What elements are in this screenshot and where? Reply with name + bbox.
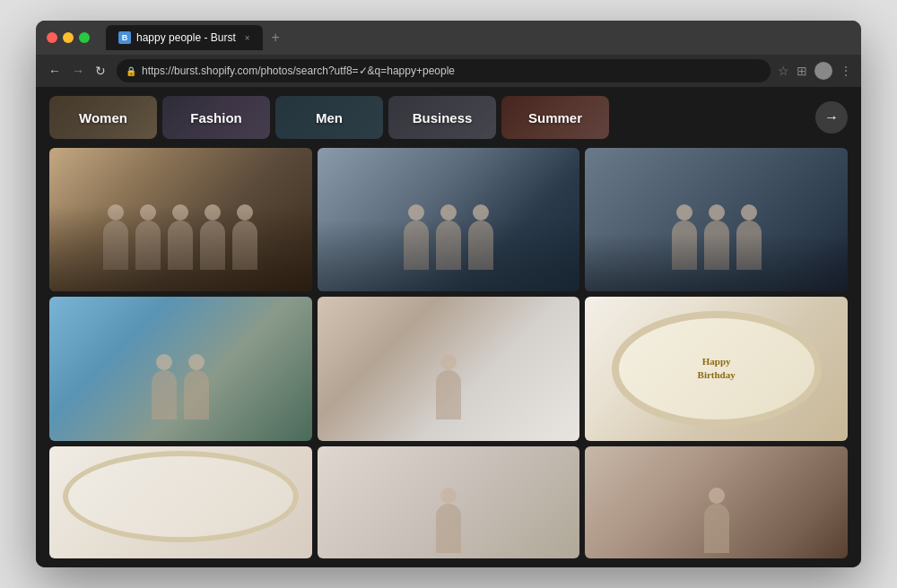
category-nav: Women Fashion Men Business Summer → (36, 87, 861, 148)
persons-hint-5 (318, 370, 580, 419)
browser-window: B happy people - Burst × + ← → ↻ 🔒 https… (36, 21, 861, 567)
photo-cell-7[interactable] (49, 446, 312, 558)
person-shape (436, 220, 461, 270)
person-shape (103, 220, 128, 270)
category-fashion-label: Fashion (190, 110, 242, 125)
maximize-window-button[interactable] (79, 32, 90, 43)
refresh-button[interactable]: ↻ (91, 62, 109, 80)
person-shape (232, 220, 257, 270)
category-item-business[interactable]: Business (388, 96, 496, 139)
page-content: Women Fashion Men Business Summer → (36, 87, 861, 567)
forward-button[interactable]: → (68, 62, 88, 80)
tab-bar: B happy people - Burst × + (106, 25, 285, 50)
category-women-label: Women (79, 110, 127, 125)
category-summer-label: Summer (528, 110, 582, 125)
person-shape (436, 504, 461, 553)
category-item-fashion[interactable]: Fashion (162, 96, 270, 139)
new-tab-button[interactable]: + (266, 30, 285, 46)
lock-icon: 🔒 (126, 66, 136, 76)
person-shape (704, 504, 729, 553)
category-men-label: Men (316, 110, 343, 125)
person-shape (168, 220, 193, 270)
back-button[interactable]: ← (45, 62, 65, 80)
persons-hint-2 (318, 220, 580, 270)
person-shape (468, 220, 493, 270)
category-item-women[interactable]: Women (49, 96, 157, 139)
minimize-window-button[interactable] (63, 32, 74, 43)
browser-titlebar: B happy people - Burst × + (36, 21, 861, 55)
arrow-right-icon: → (824, 109, 839, 125)
photo-cell-3[interactable] (585, 148, 848, 291)
photo-cell-6[interactable]: HappyBirthday (585, 297, 848, 440)
persons-hint-3 (585, 220, 848, 270)
photo-cell-1[interactable] (49, 148, 312, 291)
person-shape (152, 370, 177, 419)
browser-toolbar: ← → ↻ 🔒 https://burst.shopify.com/photos… (36, 55, 861, 87)
menu-icon[interactable]: ⋮ (840, 64, 852, 78)
person-shape (736, 220, 762, 270)
person-shape (704, 220, 729, 270)
avatar[interactable] (814, 62, 832, 80)
tab-favicon: B (118, 31, 131, 44)
person-shape (404, 220, 429, 270)
photo-grid: HappyBirthday (36, 148, 861, 567)
photo-cell-4[interactable] (49, 297, 312, 440)
tab-title: happy people - Burst (136, 31, 236, 44)
category-item-summer[interactable]: Summer (501, 96, 609, 139)
active-tab[interactable]: B happy people - Burst × (106, 25, 263, 50)
person-shape (672, 220, 697, 270)
bookmark-icon[interactable]: ☆ (778, 64, 789, 78)
category-nav-next-button[interactable]: → (815, 101, 848, 134)
person-shape (200, 220, 225, 270)
toolbar-actions: ☆ ⊞ ⋮ (778, 62, 852, 80)
nav-buttons: ← → ↻ (45, 62, 109, 80)
category-item-men[interactable]: Men (275, 96, 383, 139)
tab-close-button[interactable]: × (245, 33, 250, 43)
close-window-button[interactable] (47, 32, 57, 43)
category-business-label: Business (413, 110, 473, 125)
persons-hint-4 (49, 370, 312, 419)
persons-hint-1 (49, 220, 312, 270)
photo-cell-9[interactable] (585, 446, 848, 558)
address-bar[interactable]: 🔒 https://burst.shopify.com/photos/searc… (117, 59, 771, 82)
photo-cell-8[interactable] (318, 446, 580, 558)
persons-hint-8 (318, 504, 580, 553)
person-shape (135, 220, 161, 270)
persons-hint-9 (585, 504, 848, 553)
extensions-icon[interactable]: ⊞ (797, 64, 807, 78)
person-shape (436, 370, 461, 419)
url-text: https://burst.shopify.com/photos/search?… (142, 65, 455, 77)
photo-cell-5[interactable] (318, 297, 580, 440)
traffic-lights (47, 32, 90, 43)
person-shape (184, 370, 209, 419)
photo-cell-2[interactable] (318, 148, 580, 291)
